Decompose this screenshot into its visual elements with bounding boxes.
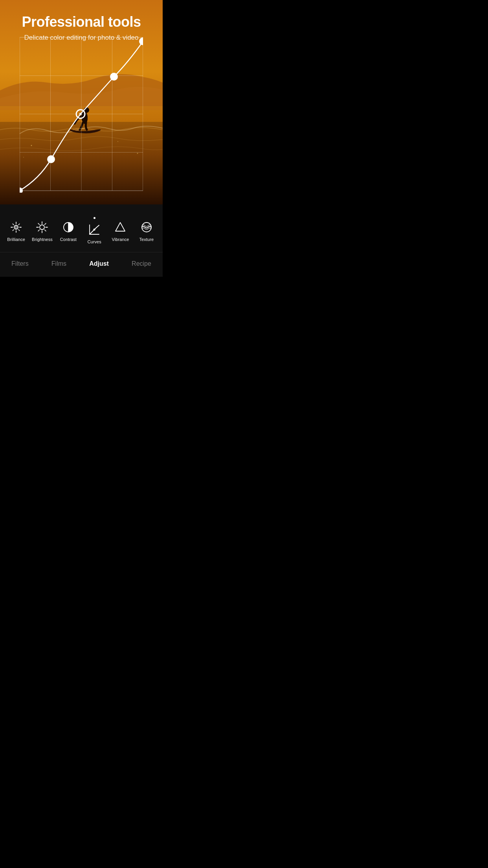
svg-point-16 [47, 155, 55, 163]
tab-filters[interactable]: Filters [7, 259, 33, 269]
svg-line-39 [39, 230, 40, 231]
svg-point-18 [79, 113, 82, 115]
tab-recipe[interactable]: Recipe [127, 259, 156, 269]
tab-adjust[interactable]: Adjust [84, 259, 114, 269]
bottom-section: Brilliance Br [0, 204, 163, 277]
svg-point-30 [15, 226, 17, 228]
curves-label: Curves [87, 239, 101, 244]
hero-overlay: Professional tools Delicate color editin… [0, 0, 163, 42]
svg-point-45 [142, 223, 151, 232]
svg-line-28 [18, 224, 20, 225]
curves-active-dot [94, 217, 95, 219]
brightness-icon [35, 220, 50, 235]
curves-svg [20, 35, 143, 193]
tool-contrast[interactable]: Contrast [55, 220, 81, 242]
svg-point-19 [110, 73, 118, 81]
nav-tabs: Filters Films Adjust Recipe [0, 252, 163, 277]
curves-icon [87, 222, 102, 237]
svg-line-38 [45, 223, 46, 225]
brilliance-icon [9, 220, 24, 235]
tool-brightness[interactable]: Brightness [29, 220, 55, 242]
tools-row: Brilliance Br [0, 211, 163, 247]
vibrance-icon [113, 220, 128, 235]
brilliance-label: Brilliance [7, 237, 25, 242]
texture-label: Texture [139, 237, 154, 242]
tool-curves[interactable]: Curves [81, 217, 107, 244]
tab-films[interactable]: Films [47, 259, 71, 269]
svg-line-36 [39, 223, 40, 225]
tool-vibrance[interactable]: Vibrance [107, 220, 133, 242]
svg-point-44 [94, 229, 95, 231]
texture-icon [139, 220, 154, 235]
vibrance-label: Vibrance [112, 237, 129, 242]
page-title: Professional tools [0, 14, 163, 30]
contrast-label: Contrast [60, 237, 77, 242]
curves-overlay [20, 35, 143, 193]
page-subtitle: Delicate color editing for photo & video [0, 34, 163, 42]
svg-line-37 [45, 230, 46, 231]
tool-brilliance[interactable]: Brilliance [3, 220, 29, 242]
hero-section: Professional tools Delicate color editin… [0, 0, 163, 204]
brightness-label: Brightness [32, 237, 53, 242]
svg-line-26 [13, 224, 14, 225]
svg-point-21 [14, 225, 18, 229]
svg-line-27 [18, 230, 20, 231]
tool-texture[interactable]: Texture [134, 220, 160, 242]
contrast-icon [61, 220, 76, 235]
svg-line-29 [13, 230, 14, 231]
app-container: Professional tools Delicate color editin… [0, 0, 163, 277]
svg-point-31 [40, 225, 44, 230]
svg-point-15 [20, 188, 23, 193]
